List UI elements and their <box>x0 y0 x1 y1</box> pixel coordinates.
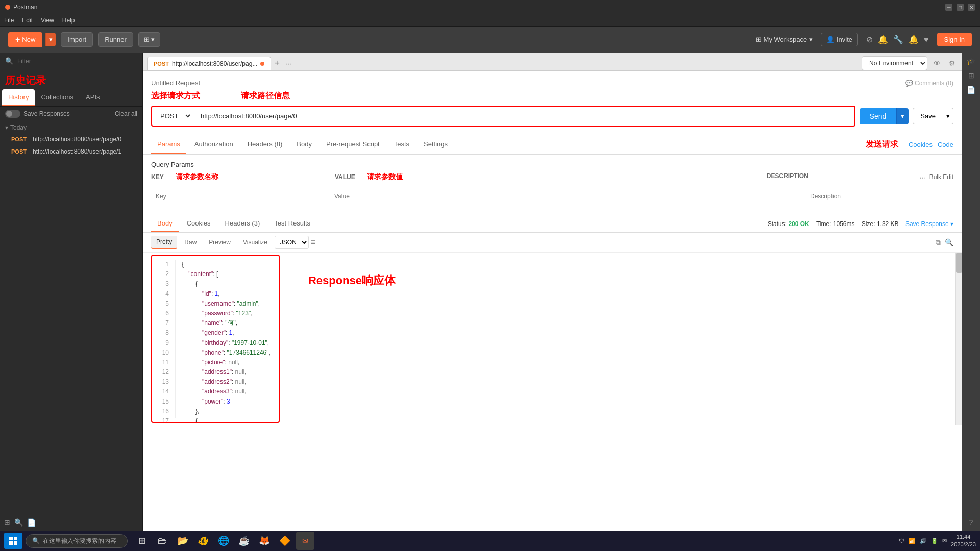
workspace-button[interactable]: ⊞ My Workspace ▾ <box>756 36 813 43</box>
cookies-link[interactable]: Cookies <box>909 141 933 148</box>
taskbar-icon-app3[interactable]: 🔶 <box>276 532 294 550</box>
taskbar-app-icons: ⊞ 🗁 📂 🐠 🌐 ☕ 🦊 🔶 ✉ <box>133 532 314 550</box>
annotation-method: 选择请求方式 <box>151 91 200 102</box>
tab-headers[interactable]: Headers (8) <box>241 135 289 154</box>
list-item[interactable]: POST http://localhost:8080/user/page/0 <box>5 133 137 145</box>
more-tabs-button[interactable]: ··· <box>283 60 295 67</box>
code-link[interactable]: Code <box>938 141 953 148</box>
right-sidebar-bootcamp-icon[interactable]: 🎓 <box>967 57 975 65</box>
menu-file[interactable]: File <box>4 17 14 24</box>
bell-icon[interactable]: 🔔 <box>878 35 888 44</box>
taskbar-icon-chrome[interactable]: 🌐 <box>214 532 233 550</box>
format-raw-button[interactable]: Raw <box>179 236 202 248</box>
menu-view[interactable]: View <box>41 17 54 24</box>
save-response-arrow[interactable]: ▾ <box>950 220 953 228</box>
more-options-icon[interactable]: ··· <box>920 173 925 181</box>
wrap-icon[interactable]: ≡ <box>311 238 315 247</box>
taskbar-search[interactable]: 🔍 在这里输入你要搜索的内容 <box>26 534 128 548</box>
request-tab[interactable]: POST http://localhost:8080/user/pag... <box>147 57 271 70</box>
format-pretty-button[interactable]: Pretty <box>151 236 177 249</box>
tab-params[interactable]: Params <box>151 135 186 154</box>
menu-help[interactable]: Help <box>62 17 75 24</box>
save-responses-toggle[interactable] <box>5 110 20 118</box>
taskbar-icon-browser[interactable]: 🗁 <box>153 532 172 550</box>
toolbar-icons: ⊘ 🔔 🔧 🔔 ♥ <box>866 35 929 44</box>
new-button[interactable]: + New <box>8 32 42 47</box>
sidebar-search-icon[interactable]: 🔍 <box>14 518 23 527</box>
ban-icon[interactable]: ⊘ <box>866 35 873 44</box>
tab-apis[interactable]: APIs <box>80 89 106 106</box>
start-button[interactable] <box>4 533 22 549</box>
save-response-button[interactable]: Save Response <box>905 220 949 228</box>
notification-icon[interactable]: 🔔 <box>909 35 919 44</box>
tab-tests[interactable]: Tests <box>388 135 415 154</box>
runner-button[interactable]: Runner <box>98 32 133 47</box>
request-tab-bar: POST http://localhost:8080/user/pag... +… <box>143 53 962 71</box>
environment-select[interactable]: No Environment <box>862 56 927 70</box>
param-value-input[interactable] <box>330 190 805 203</box>
right-sidebar-build-icon[interactable]: ⊞ <box>968 71 974 80</box>
minimize-button[interactable]: ─ <box>945 4 952 11</box>
taskbar-icon-app2[interactable]: ☕ <box>235 532 253 550</box>
right-sidebar-help-icon[interactable]: ? <box>969 518 973 527</box>
method-select[interactable]: POST <box>153 108 192 124</box>
size-value: 1.32 KB <box>877 220 899 228</box>
tab-prerequest[interactable]: Pre-request Script <box>320 135 386 154</box>
format-preview-button[interactable]: Preview <box>204 236 236 248</box>
format-type-select[interactable]: JSON <box>275 236 309 249</box>
extra-button[interactable]: ⊞ ▾ <box>138 32 161 47</box>
resp-tab-cookies[interactable]: Cookies <box>181 215 217 232</box>
bulk-edit-button[interactable]: Bulk Edit <box>929 173 953 181</box>
taskbar-icon-app1[interactable]: 🐠 <box>194 532 212 550</box>
menu-edit[interactable]: Edit <box>22 17 33 24</box>
tab-settings[interactable]: Settings <box>418 135 454 154</box>
taskbar-icon-store[interactable]: ⊞ <box>133 532 151 550</box>
taskbar-icon-postman[interactable]: ✉ <box>296 532 314 550</box>
search-input[interactable] <box>17 58 137 65</box>
save-dropdown-button[interactable]: ▾ <box>943 108 953 124</box>
format-visualize-button[interactable]: Visualize <box>238 236 273 248</box>
list-item[interactable]: POST http://localhost:8080/user/page/1 <box>5 145 137 158</box>
resp-tab-tests[interactable]: Test Results <box>268 215 316 232</box>
comments-button[interactable]: 💬 Comments (0) <box>905 80 953 87</box>
response-annotation: Response响应体 <box>298 263 406 298</box>
resp-tab-headers[interactable]: Headers (3) <box>219 215 266 232</box>
annotation-key: 请求参数名称 <box>176 172 218 181</box>
close-button[interactable]: ✕ <box>968 4 975 11</box>
signin-button[interactable]: Sign In <box>937 33 972 46</box>
heart-icon[interactable]: ♥ <box>924 35 929 44</box>
scrollbar[interactable] <box>955 253 962 425</box>
send-button[interactable]: Send <box>860 108 897 124</box>
copy-icon[interactable]: ⧉ <box>936 238 941 247</box>
send-dropdown-button[interactable]: ▾ <box>896 108 909 124</box>
import-button[interactable]: Import <box>61 32 93 47</box>
param-desc-input[interactable] <box>805 190 953 203</box>
tab-collections[interactable]: Collections <box>35 89 80 106</box>
resp-tab-body[interactable]: Body <box>151 215 179 232</box>
right-sidebar-browse-icon[interactable]: 📄 <box>967 86 975 94</box>
toolbar: + New ▾ Import Runner ⊞ ▾ ⊞ My Workspace… <box>0 27 980 53</box>
invite-button[interactable]: 👤 Invite <box>821 33 858 46</box>
workspace-area: ⊞ My Workspace ▾ 👤 Invite ⊘ 🔔 🔧 🔔 ♥ Sign… <box>756 33 972 46</box>
tab-history[interactable]: History <box>2 89 35 106</box>
param-key-input[interactable] <box>151 190 330 203</box>
tab-authorization[interactable]: Authorization <box>188 135 239 154</box>
new-dropdown-button[interactable]: ▾ <box>45 33 56 46</box>
wrench-icon[interactable]: 🔧 <box>893 35 903 44</box>
save-button[interactable]: Save <box>913 108 943 124</box>
search-response-icon[interactable]: 🔍 <box>945 238 953 247</box>
sidebar-grid-icon[interactable]: ⊞ <box>4 518 10 527</box>
env-eye-icon[interactable]: 👁 <box>932 57 943 69</box>
taskbar-icon-files[interactable]: 📂 <box>174 532 192 550</box>
clear-all-button[interactable]: Clear all <box>115 110 137 117</box>
maximize-button[interactable]: □ <box>957 4 964 11</box>
add-tab-button[interactable]: + <box>272 58 282 69</box>
url-input[interactable] <box>197 108 853 124</box>
titlebar: Postman ─ □ ✕ <box>0 0 980 14</box>
taskbar-icon-firefox[interactable]: 🦊 <box>255 532 274 550</box>
sidebar-search-bar: 🔍 <box>0 53 142 69</box>
tab-body[interactable]: Body <box>290 135 318 154</box>
main-layout: 🔍 历史记录 History Collections APIs Save Res… <box>0 53 980 531</box>
env-gear-icon[interactable]: ⚙ <box>947 57 958 69</box>
sidebar-doc-icon[interactable]: 📄 <box>27 518 36 527</box>
